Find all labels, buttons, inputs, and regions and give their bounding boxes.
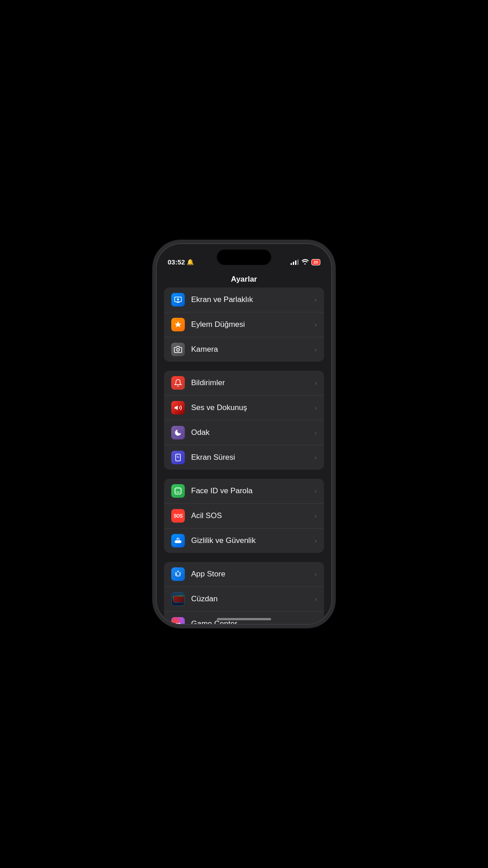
svg-marker-5 bbox=[175, 406, 178, 410]
chevron-icon: › bbox=[314, 404, 317, 411]
chevron-icon: › bbox=[314, 379, 317, 387]
odak-icon bbox=[171, 426, 185, 439]
svg-rect-7 bbox=[175, 488, 181, 494]
bildirimler-label: Bildirimler bbox=[191, 378, 311, 387]
svg-point-4 bbox=[177, 349, 179, 351]
chevron-icon: › bbox=[314, 296, 317, 303]
page-title: Ayarlar bbox=[231, 275, 257, 283]
settings-content[interactable]: Ekran ve Parlaklık › Eylem Düğmesi › bbox=[157, 288, 331, 624]
ekran-suresi-icon bbox=[171, 451, 185, 464]
eylem-dugmesi-icon bbox=[171, 318, 185, 331]
chevron-icon: › bbox=[314, 487, 317, 495]
signal-bar-4 bbox=[297, 259, 299, 265]
svg-point-2 bbox=[177, 298, 179, 301]
status-right-icons: 20 bbox=[291, 259, 320, 266]
chevron-icon: › bbox=[314, 512, 317, 519]
signal-bars bbox=[291, 259, 299, 265]
odak-label: Odak bbox=[191, 428, 311, 437]
settings-row-face-id[interactable]: Face ID ve Parola › bbox=[164, 479, 324, 504]
dynamic-island bbox=[217, 250, 271, 265]
sos-text: SOS bbox=[174, 514, 183, 519]
navigation-title: Ayarlar bbox=[157, 269, 331, 289]
bildirimler-icon bbox=[171, 376, 185, 390]
app-store-icon: A bbox=[171, 567, 185, 581]
chevron-icon: › bbox=[314, 620, 317, 624]
settings-row-ekran-suresi[interactable]: Ekran Süresi › bbox=[164, 445, 324, 470]
silent-icon: 🔔 bbox=[187, 259, 194, 265]
chevron-icon: › bbox=[314, 429, 317, 436]
settings-row-odak[interactable]: Odak › bbox=[164, 420, 324, 445]
ekran-parlaklik-label: Ekran ve Parlaklık bbox=[191, 295, 311, 304]
phone-frame: 03:52 🔔 20 Ayarlar bbox=[156, 243, 332, 625]
kamera-label: Kamera bbox=[191, 345, 311, 354]
battery-level: 20 bbox=[314, 260, 318, 264]
settings-group-notifications: Bildirimler › Ses ve Dokunuş › bbox=[164, 371, 324, 470]
wifi-icon bbox=[301, 259, 309, 266]
signal-bar-3 bbox=[295, 260, 296, 265]
chevron-icon: › bbox=[314, 454, 317, 461]
game-center-icon bbox=[171, 617, 185, 624]
ekran-suresi-label: Ekran Süresi bbox=[191, 453, 311, 462]
settings-row-ses-dokunuş[interactable]: Ses ve Dokunuş › bbox=[164, 396, 324, 420]
face-id-icon bbox=[171, 484, 185, 498]
settings-row-cuzdan[interactable]: Cüzdan › bbox=[164, 587, 324, 612]
chevron-icon: › bbox=[314, 595, 317, 603]
svg-text:A: A bbox=[175, 573, 177, 576]
settings-row-ekran-parlaklik[interactable]: Ekran ve Parlaklık › bbox=[164, 288, 324, 312]
ekran-parlaklik-icon bbox=[171, 293, 185, 307]
cuzdan-label: Cüzdan bbox=[191, 594, 311, 604]
signal-bar-2 bbox=[293, 262, 294, 265]
gizlilik-icon bbox=[171, 534, 185, 547]
time-display: 03:52 bbox=[168, 258, 185, 266]
status-time: 03:52 🔔 bbox=[168, 258, 194, 266]
acil-sos-icon: SOS bbox=[171, 509, 185, 523]
acil-sos-label: Acil SOS bbox=[191, 511, 311, 520]
app-store-label: App Store bbox=[191, 570, 311, 579]
chevron-icon: › bbox=[314, 321, 317, 328]
ses-dokunuş-label: Ses ve Dokunuş bbox=[191, 403, 311, 412]
battery-indicator: 20 bbox=[311, 259, 320, 265]
chevron-icon: › bbox=[314, 537, 317, 544]
settings-row-eylem-dugmesi[interactable]: Eylem Düğmesi › bbox=[164, 312, 324, 337]
chevron-icon: › bbox=[314, 571, 317, 578]
settings-row-acil-sos[interactable]: SOS Acil SOS › bbox=[164, 504, 324, 528]
signal-bar-1 bbox=[291, 263, 292, 265]
settings-group-security: Face ID ve Parola › SOS Acil SOS › bbox=[164, 479, 324, 553]
chevron-icon: › bbox=[314, 346, 317, 353]
face-id-label: Face ID ve Parola bbox=[191, 486, 311, 495]
eylem-dugmesi-label: Eylem Düğmesi bbox=[191, 320, 311, 329]
settings-group-display: Ekran ve Parlaklık › Eylem Düğmesi › bbox=[164, 288, 324, 362]
ses-icon bbox=[171, 401, 185, 415]
home-indicator bbox=[217, 618, 271, 620]
settings-row-app-store[interactable]: A App Store › bbox=[164, 562, 324, 587]
settings-group-apps: A App Store › Cüzdan › bbox=[164, 562, 324, 624]
settings-row-kamera[interactable]: Kamera › bbox=[164, 337, 324, 362]
gizlilik-label: Gizlilik ve Güvenlik bbox=[191, 536, 311, 545]
settings-row-bildirimler[interactable]: Bildirimler › bbox=[164, 371, 324, 396]
settings-row-gizlilik[interactable]: Gizlilik ve Güvenlik › bbox=[164, 528, 324, 553]
kamera-icon bbox=[171, 343, 185, 356]
cuzdan-icon bbox=[171, 592, 185, 606]
power-button bbox=[331, 339, 332, 384]
